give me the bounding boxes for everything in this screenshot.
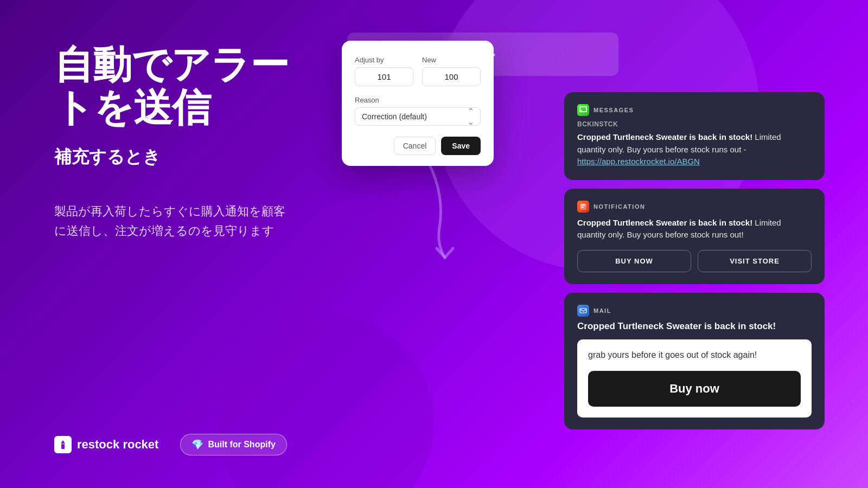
messages-body-bold: Cropped Turtleneck Sweater is back in st…	[577, 132, 752, 142]
new-field: New	[422, 56, 481, 86]
cancel-button[interactable]: Cancel	[394, 137, 436, 155]
mail-body-preview: grab yours before it goes out of stock a…	[577, 339, 812, 418]
svg-rect-2	[581, 204, 585, 206]
main-title: 自動でアラートを送信	[54, 43, 315, 129]
mail-header: MAIL	[577, 305, 812, 317]
messages-link[interactable]: https://app.restockrocket.io/ABGN	[577, 157, 700, 166]
shopify-icon: 💎	[192, 439, 203, 451]
svg-rect-3	[581, 207, 584, 208]
adjust-by-label: Adjust by	[355, 56, 413, 64]
new-input[interactable]	[422, 67, 481, 86]
messages-notification: MESSAGES BCKINSTCK Cropped Turtleneck Sw…	[564, 92, 825, 180]
notification-type-label: NOTIFICATION	[593, 203, 645, 210]
mail-subject: Cropped Turtleneck Sweater is back in st…	[577, 321, 812, 332]
arrow-decoration	[396, 152, 483, 271]
visit-store-button[interactable]: VISIT STORE	[698, 250, 812, 272]
new-label: New	[422, 56, 481, 64]
modal-row-fields: Adjust by New	[355, 56, 481, 86]
adjust-by-input[interactable]	[355, 67, 413, 86]
messages-sender: BCKINSTCK	[577, 120, 812, 128]
description: 製品が再入荷したらすぐに購入通知を顧客に送信し、注文が増えるのを見守ります	[54, 202, 315, 240]
modal-actions: Cancel Save	[355, 137, 481, 155]
notification-buttons: BUY NOW VISIT STORE	[577, 250, 812, 272]
reason-select[interactable]: Correction (default)	[355, 107, 481, 126]
brand-icon	[54, 436, 72, 453]
left-content: 自動でアラートを送信 補充するとき 製品が再入荷したらすぐに購入通知を顧客に送信…	[54, 43, 315, 273]
messages-type-label: MESSAGES	[593, 107, 634, 113]
mail-type-label: MAIL	[593, 307, 611, 314]
mail-app-icon	[577, 305, 589, 317]
mail-preview-text: grab yours before it goes out of stock a…	[588, 350, 801, 360]
brand-area: restock rocket 💎 Built for Shopify	[54, 434, 287, 455]
sub-title: 補充するとき	[54, 145, 315, 169]
reason-select-wrapper: Correction (default) ⌃⌄	[355, 107, 481, 126]
reason-label: Reason	[355, 96, 481, 104]
shopify-badge[interactable]: 💎 Built for Shopify	[180, 434, 286, 455]
brand-name: restock rocket	[77, 438, 158, 452]
push-notification: NOTIFICATION Cropped Turtleneck Sweater …	[564, 189, 825, 284]
adjust-by-field: Adjust by	[355, 56, 413, 86]
notif-header: NOTIFICATION	[577, 201, 812, 213]
messages-header: MESSAGES	[577, 104, 812, 116]
mail-buy-button[interactable]: Buy now	[588, 371, 801, 407]
notifications-panel: MESSAGES BCKINSTCK Cropped Turtleneck Sw…	[564, 92, 825, 429]
mail-notification: MAIL Cropped Turtleneck Sweater is back …	[564, 293, 825, 429]
messages-app-icon	[577, 104, 589, 116]
notification-body-bold: Cropped Turtleneck Sweater is back in st…	[577, 218, 752, 227]
adjust-modal: Adjust by New Reason Correction (default…	[342, 41, 494, 166]
notification-body: Cropped Turtleneck Sweater is back in st…	[577, 217, 812, 241]
brand-logo: restock rocket	[54, 436, 158, 453]
shopify-badge-label: Built for Shopify	[208, 440, 275, 450]
notification-app-icon	[577, 201, 589, 213]
messages-body: Cropped Turtleneck Sweater is back in st…	[577, 131, 812, 168]
svg-rect-4	[580, 309, 586, 313]
svg-rect-0	[61, 444, 65, 449]
save-button[interactable]: Save	[441, 137, 481, 155]
bg-circle-2	[217, 314, 434, 488]
buy-now-button[interactable]: BUY NOW	[577, 250, 691, 272]
